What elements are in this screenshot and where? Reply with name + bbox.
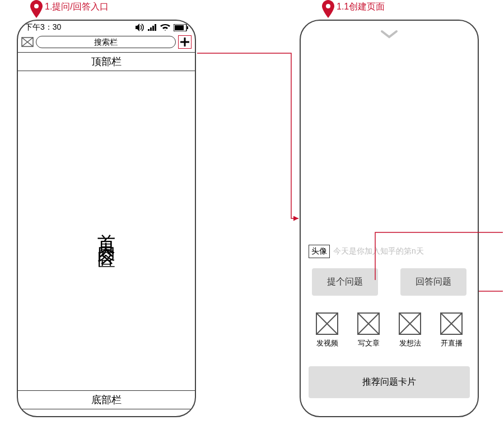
placeholder-icon — [316, 312, 338, 335]
pin-label-2: 1.1创建页面 — [337, 1, 385, 13]
action-idea[interactable]: 发想法 — [399, 312, 421, 348]
svg-point-0 — [34, 4, 39, 8]
map-pin-icon — [30, 0, 43, 18]
add-button[interactable] — [178, 35, 192, 49]
map-pin-icon — [322, 0, 334, 18]
secondary-actions: 发视频 写文章 发想法 开直播 — [301, 299, 478, 354]
action-label: 写文章 — [358, 338, 380, 348]
action-label: 发想法 — [399, 338, 421, 348]
svg-rect-8 — [187, 26, 188, 29]
placeholder-icon — [399, 312, 421, 335]
home-content-area: 首页内容区 — [18, 71, 195, 390]
phone-frame-create: 头像 今天是你加入知乎的第n天 提个问题 回答问题 发视频 写文章 发想法 开直… — [300, 20, 479, 417]
search-row: 搜索栏 — [18, 34, 195, 50]
avatar-row: 头像 今天是你加入知乎的第n天 — [301, 245, 478, 258]
ask-question-button[interactable]: 提个问题 — [312, 268, 378, 296]
avatar[interactable]: 头像 — [309, 245, 330, 258]
answer-question-button[interactable]: 回答问题 — [400, 268, 466, 296]
action-video[interactable]: 发视频 — [316, 312, 338, 348]
action-live[interactable]: 开直播 — [440, 312, 463, 348]
chevron-down-icon — [380, 29, 399, 40]
pin-marker-2: 1.1创建页面 — [322, 0, 385, 18]
plus-icon — [180, 38, 189, 46]
action-label: 发视频 — [316, 338, 338, 348]
collapse-handle[interactable] — [301, 21, 478, 49]
recommended-question-card[interactable]: 推荐问题卡片 — [309, 366, 470, 398]
placeholder-icon — [357, 312, 380, 335]
svg-rect-4 — [152, 26, 154, 31]
svg-point-1 — [326, 4, 330, 8]
mail-icon[interactable] — [21, 37, 34, 47]
search-input[interactable]: 搜索栏 — [36, 36, 176, 48]
status-bar: 下午3：30 — [18, 21, 195, 34]
svg-rect-5 — [155, 24, 156, 31]
avatar-hint-text: 今天是你加入知乎的第n天 — [333, 246, 424, 256]
svg-rect-3 — [150, 27, 152, 31]
home-content-label: 首页内容区 — [94, 220, 119, 242]
phone-frame-entry: 下午3：30 搜索栏 — [17, 20, 196, 417]
svg-rect-2 — [148, 29, 150, 31]
wifi-icon — [160, 24, 170, 31]
primary-actions: 提个问题 回答问题 — [301, 258, 478, 299]
svg-rect-7 — [175, 25, 184, 30]
status-time: 下午3：30 — [25, 22, 61, 32]
action-article[interactable]: 写文章 — [357, 312, 380, 348]
blank-area — [301, 49, 478, 245]
signal-icon — [148, 24, 157, 31]
bottom-bar: 底部栏 — [18, 390, 195, 409]
pin-label-1: 1.提问/回答入口 — [45, 1, 109, 13]
pin-marker-1: 1.提问/回答入口 — [30, 0, 109, 18]
volume-icon — [136, 24, 144, 31]
top-bar: 顶部栏 — [18, 52, 195, 71]
action-label: 开直播 — [441, 338, 463, 348]
placeholder-icon — [440, 312, 463, 335]
battery-icon — [174, 24, 188, 31]
